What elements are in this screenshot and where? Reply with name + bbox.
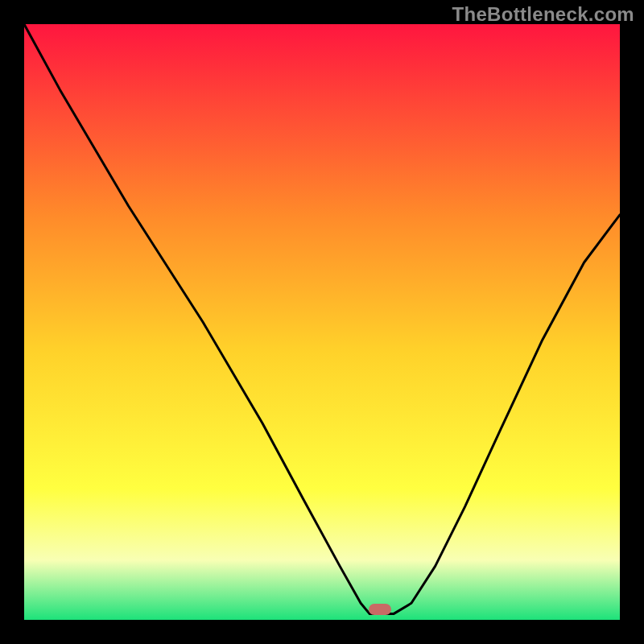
- gradient-background: [24, 24, 620, 620]
- optimal-marker: [369, 604, 391, 615]
- bottleneck-plot: [24, 24, 620, 620]
- chart-frame: TheBottleneck.com: [0, 0, 644, 644]
- watermark-text: TheBottleneck.com: [452, 3, 634, 26]
